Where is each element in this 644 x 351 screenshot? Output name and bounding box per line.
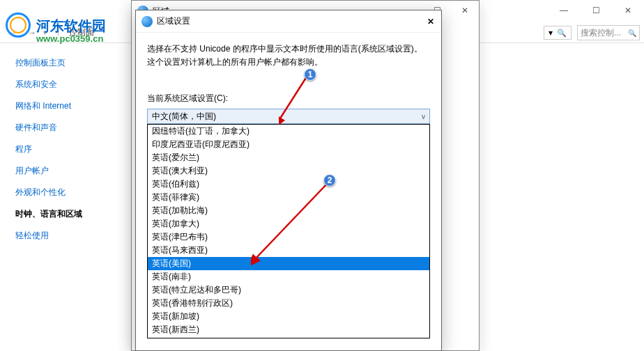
locale-option[interactable]: 英语(香港特别行政区) bbox=[148, 297, 429, 310]
search-icon-small: 🔍 bbox=[557, 29, 567, 38]
sidebar-item-programs[interactable]: 程序 bbox=[15, 143, 130, 155]
search-placeholder: 搜索控制... bbox=[581, 27, 621, 39]
locale-field-label: 当前系统区域设置(C): bbox=[147, 93, 430, 104]
locale-select[interactable]: 中文(简体，中国) v bbox=[147, 109, 430, 124]
locale-option[interactable]: 英语(澳大利亚) bbox=[148, 164, 429, 178]
locale-option[interactable]: 英语(菲律宾) bbox=[148, 191, 429, 204]
locale-description: 选择在不支持 Unicode 的程序中显示文本时所使用的语言(系统区域设置)。这… bbox=[147, 42, 430, 69]
chevron-down-icon: v bbox=[422, 113, 425, 120]
chevron-down-icon: ▾ bbox=[549, 28, 553, 38]
locale-option[interactable]: 英语(南非) bbox=[148, 270, 429, 283]
locale-option[interactable]: 英语(牙买加) bbox=[148, 336, 429, 338]
locale-option[interactable]: 英语(加勒比海) bbox=[148, 204, 429, 217]
locale-settings-dialog: 区域设置 ✕ 选择在不支持 Unicode 的程序中显示文本时所使用的语言(系统… bbox=[135, 10, 442, 351]
locale-option[interactable]: 英语(美国) bbox=[148, 257, 429, 270]
close-icon: ✕ bbox=[624, 6, 631, 15]
view-dropdown[interactable]: ▾ 🔍 bbox=[544, 26, 572, 40]
history-dropdown[interactable]: ▾ bbox=[43, 29, 47, 36]
sidebar-item-hardware[interactable]: 硬件和声音 bbox=[15, 122, 130, 134]
locale-titlebar: 区域设置 bbox=[136, 10, 441, 33]
minimize-icon: — bbox=[560, 6, 568, 15]
region-close-button[interactable]: ✕ bbox=[451, 1, 479, 20]
search-input[interactable]: 搜索控制... 🔍 bbox=[577, 25, 640, 40]
locale-option[interactable]: 英语(加拿大) bbox=[148, 217, 429, 231]
globe-icon bbox=[141, 16, 153, 27]
toolbar-right: ▾ 🔍 搜索控制... 🔍 bbox=[544, 25, 640, 40]
close-icon: ✕ bbox=[461, 6, 468, 15]
minimize-button[interactable]: — bbox=[548, 0, 580, 21]
maximize-button[interactable]: ☐ bbox=[580, 0, 612, 21]
search-icon: 🔍 bbox=[628, 29, 636, 37]
breadcrumb[interactable]: 控制面 bbox=[69, 26, 94, 38]
sidebar-item-system[interactable]: 系统和安全 bbox=[15, 79, 130, 91]
up-button[interactable]: ↑ bbox=[49, 24, 66, 41]
sidebar-item-users[interactable]: 用户帐户 bbox=[15, 165, 130, 177]
locale-body: 选择在不支持 Unicode 的程序中显示文本时所使用的语言(系统区域设置)。这… bbox=[136, 33, 441, 348]
locale-dropdown-list[interactable]: 因纽特语(拉丁语，加拿大)印度尼西亚语(印度尼西亚)英语(爱尔兰)英语(澳大利亚… bbox=[147, 124, 430, 338]
annotation-badge-1: 1 bbox=[304, 68, 316, 81]
locale-option[interactable]: 英语(新西兰) bbox=[148, 323, 429, 336]
close-icon: ✕ bbox=[427, 17, 434, 26]
locale-option[interactable]: 英语(马来西亚) bbox=[148, 244, 429, 257]
sidebar-title[interactable]: 控制面板主页 bbox=[15, 57, 130, 69]
sidebar-item-clock-lang-region[interactable]: 时钟、语言和区域 bbox=[15, 208, 130, 220]
locale-option[interactable]: 因纽特语(拉丁语，加拿大) bbox=[148, 125, 429, 138]
locale-current-value: 中文(简体，中国) bbox=[152, 111, 216, 123]
sidebar: 控制面板主页 系统和安全 网络和 Internet 硬件和声音 程序 用户帐户 … bbox=[0, 49, 130, 251]
locale-option[interactable]: 印度尼西亚语(印度尼西亚) bbox=[148, 138, 429, 151]
annotation-badge-2: 2 bbox=[323, 174, 336, 187]
locale-option[interactable]: 英语(爱尔兰) bbox=[148, 151, 429, 164]
locale-option[interactable]: 英语(特立尼达和多巴哥) bbox=[148, 283, 429, 297]
locale-option[interactable]: 英语(新加坡) bbox=[148, 310, 429, 323]
close-button[interactable]: ✕ bbox=[612, 0, 644, 21]
sidebar-item-ease[interactable]: 轻松使用 bbox=[15, 230, 130, 242]
locale-option[interactable]: 英语(伯利兹) bbox=[148, 178, 429, 191]
main-window-buttons: — ☐ ✕ bbox=[548, 0, 644, 21]
locale-option[interactable]: 英语(津巴布韦) bbox=[148, 231, 429, 244]
maximize-icon: ☐ bbox=[592, 6, 600, 15]
locale-title-text: 区域设置 bbox=[157, 15, 190, 27]
back-button[interactable]: ← bbox=[4, 24, 21, 41]
forward-button[interactable]: → bbox=[24, 24, 40, 41]
locale-close-button[interactable]: ✕ bbox=[427, 15, 434, 27]
sidebar-item-appearance[interactable]: 外观和个性化 bbox=[15, 187, 130, 198]
sidebar-item-network[interactable]: 网络和 Internet bbox=[15, 100, 130, 112]
